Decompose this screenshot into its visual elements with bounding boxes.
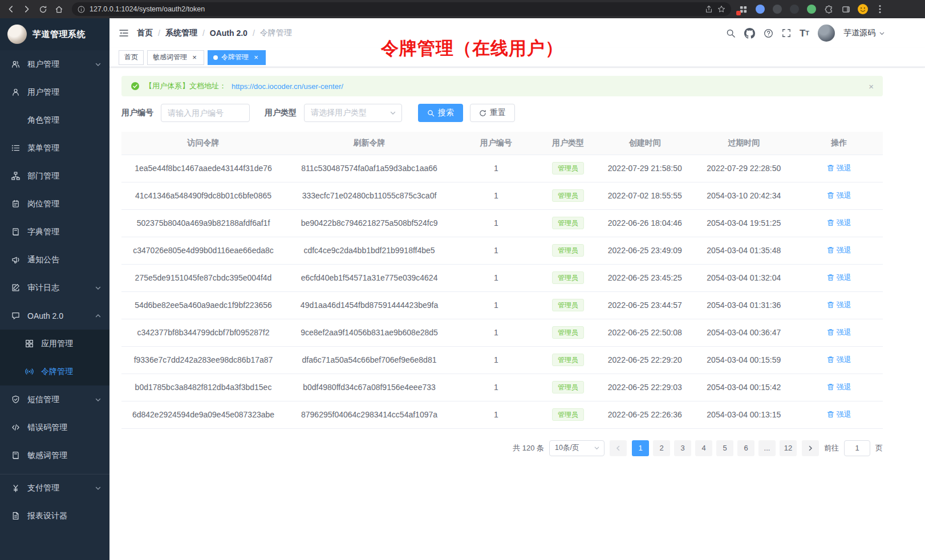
tab-close-icon[interactable]: ×: [190, 54, 198, 62]
sidebar: 芋道管理系统 租户管理用户管理角色管理菜单管理部门管理岗位管理字典管理通知公告审…: [0, 18, 109, 560]
page-button-1[interactable]: 1: [632, 440, 649, 456]
cell-access-token: 275e5de9151045fe87cbdc395e004f4d: [121, 264, 285, 291]
extension-icon[interactable]: [738, 4, 748, 14]
force-logout-button[interactable]: 强退: [827, 382, 851, 392]
page-button-4[interactable]: 4: [695, 440, 712, 456]
site-info-icon[interactable]: [78, 6, 85, 13]
chevron-down-icon: [95, 396, 102, 403]
sidebar-item-label: 岗位管理: [27, 199, 59, 209]
force-logout-button[interactable]: 强退: [827, 409, 851, 420]
browser-back-icon[interactable]: [5, 3, 17, 15]
extension-icon-dark[interactable]: [772, 4, 782, 14]
alert-close-icon[interactable]: ×: [869, 82, 874, 91]
force-logout-button[interactable]: 强退: [827, 218, 851, 228]
force-logout-button[interactable]: 强退: [827, 245, 851, 255]
page-button-12[interactable]: 12: [780, 440, 797, 456]
extensions-puzzle-icon[interactable]: [823, 4, 834, 14]
sidebar-toggle-icon[interactable]: [119, 28, 129, 38]
search-icon[interactable]: [726, 29, 736, 38]
address-bar[interactable]: 127.0.0.1:1024/system/oauth2/token: [72, 2, 731, 16]
sidebar-item-pay[interactable]: 支付管理: [0, 474, 109, 502]
sidebar-item-menu[interactable]: 菜单管理: [0, 134, 109, 162]
extension-icon-blue[interactable]: [755, 4, 765, 14]
force-logout-button[interactable]: 强退: [827, 190, 851, 201]
sidebar-item-oauth2-token[interactable]: 令牌管理: [0, 358, 109, 385]
sidebar-item-post[interactable]: 岗位管理: [0, 190, 109, 218]
sidebar-item-dept[interactable]: 部门管理: [0, 162, 109, 190]
fullscreen-icon[interactable]: [782, 29, 791, 38]
next-page-button[interactable]: [802, 440, 819, 456]
header-actions: TT 芋道源码: [726, 25, 885, 42]
user-avatar[interactable]: [818, 25, 835, 42]
breadcrumb-item[interactable]: 首页: [137, 28, 153, 38]
browser-refresh-icon[interactable]: [36, 3, 49, 15]
table-row: 6d842e2924594de9a09e45e087323abe8796295f…: [121, 401, 883, 428]
sidebar-item-label: 应用管理: [41, 339, 73, 349]
breadcrumb-item[interactable]: 系统管理: [165, 28, 197, 38]
sidebar-item-report[interactable]: 报表设计器: [0, 502, 109, 530]
cell-action: 强退: [795, 346, 883, 374]
tab[interactable]: 首页: [119, 50, 144, 65]
app-logo[interactable]: 芋道管理系统: [0, 18, 109, 50]
sidebar-item-audit-log[interactable]: 审计日志: [0, 274, 109, 302]
sidebar-item-notice[interactable]: 通知公告: [0, 246, 109, 274]
chevron-down-icon: [95, 285, 102, 291]
extension-icon-dark-2[interactable]: [789, 4, 800, 14]
tab[interactable]: 敏感词管理×: [147, 50, 204, 65]
pagination-more-button[interactable]: ...: [758, 440, 776, 456]
page-button-5[interactable]: 5: [716, 440, 733, 456]
cell-access-token: 41c41346a548490f9dc8b01c6bfe0865: [121, 182, 285, 209]
doc-link[interactable]: https://doc.iocoder.cn/user-center/: [232, 82, 343, 91]
search-button[interactable]: 搜索: [418, 104, 463, 122]
sidebar-item-error-code[interactable]: 错误码管理: [0, 413, 109, 441]
sidebar-item-oauth2-app[interactable]: 应用管理: [0, 330, 109, 358]
github-icon[interactable]: [744, 28, 755, 39]
sidebar-item-role[interactable]: 角色管理: [0, 106, 109, 134]
column-header: 创建时间: [597, 132, 692, 155]
sidebar-item-dict[interactable]: 字典管理: [0, 218, 109, 246]
browser-menu-icon[interactable]: [875, 4, 885, 14]
browser-forward-icon[interactable]: [21, 3, 33, 15]
browser-home-icon[interactable]: [52, 3, 65, 15]
cell-refresh-token: be90422b8c7946218275a508bf524fc9: [285, 209, 453, 237]
help-icon[interactable]: [764, 29, 773, 38]
user-type-select[interactable]: 请选择用户类型: [304, 104, 402, 122]
force-logout-button[interactable]: 强退: [827, 163, 851, 173]
tab-close-icon[interactable]: ×: [252, 54, 260, 62]
bookmark-star-icon[interactable]: [717, 5, 725, 13]
sidebar-item-sms[interactable]: 短信管理: [0, 385, 109, 413]
sidebar-item-label: 支付管理: [27, 483, 59, 493]
sidebar-item-user[interactable]: 用户管理: [0, 78, 109, 106]
extension-icon-green[interactable]: [806, 4, 817, 14]
column-header: 刷新令牌: [285, 132, 453, 155]
font-size-icon[interactable]: TT: [800, 29, 809, 38]
prev-page-button[interactable]: [610, 440, 627, 456]
page-button-2[interactable]: 2: [653, 440, 670, 456]
sidebar-item-oauth2[interactable]: OAuth 2.0: [0, 302, 109, 330]
sidebar-item-tenant[interactable]: 租户管理: [0, 50, 109, 78]
page-size-select[interactable]: 10条/页: [549, 440, 605, 456]
goto-page-input[interactable]: [844, 440, 870, 456]
page-button-6[interactable]: 6: [737, 440, 754, 456]
side-panel-icon[interactable]: [841, 4, 851, 14]
logo-avatar: [7, 25, 27, 44]
user-id-input[interactable]: [161, 104, 250, 122]
tab-label: 敏感词管理: [153, 52, 187, 62]
force-logout-button[interactable]: 强退: [827, 300, 851, 310]
user-menu[interactable]: 芋道源码: [843, 28, 885, 38]
breadcrumb-item[interactable]: OAuth 2.0: [210, 29, 248, 38]
tab[interactable]: 令牌管理×: [208, 50, 266, 65]
reset-button[interactable]: 重置: [470, 104, 515, 122]
cell-expire-time: 2054-03-04 00:13:15: [692, 401, 795, 428]
share-icon[interactable]: [705, 5, 713, 13]
profile-avatar[interactable]: [858, 4, 868, 14]
cell-action: 强退: [795, 264, 883, 291]
app-header: 首页/系统管理/OAuth 2.0/令牌管理 TT 芋道源码: [109, 18, 925, 48]
cell-action: 强退: [795, 155, 883, 182]
sidebar-item-sensitive-word[interactable]: 敏感词管理: [0, 441, 109, 469]
page-button-3[interactable]: 3: [674, 440, 691, 456]
app-title: 芋道管理系统: [33, 29, 86, 40]
force-logout-button[interactable]: 强退: [827, 355, 851, 365]
force-logout-button[interactable]: 强退: [827, 327, 851, 338]
force-logout-button[interactable]: 强退: [827, 273, 851, 283]
